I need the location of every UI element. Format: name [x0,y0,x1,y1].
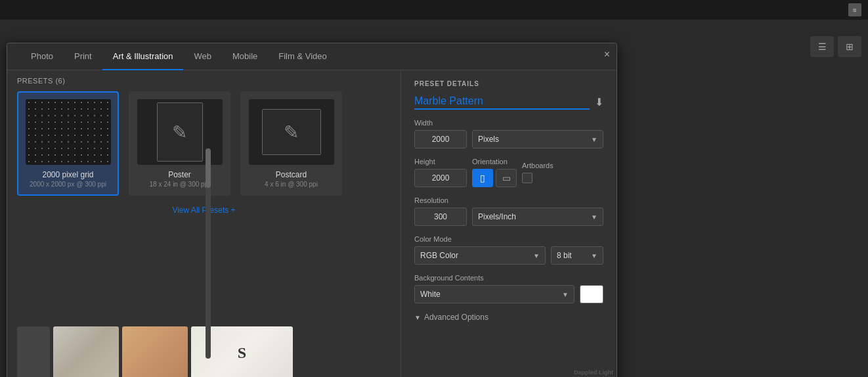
new-document-modal: × Photo Print Art & Illustration Web Mob… [7,43,617,377]
height-orient-controls: Height Orientation ▯ ▭ [414,158,603,187]
color-mode-controls: RGB Color ▼ 8 bit ▼ [414,246,603,265]
thumb-placeholder-light [53,326,119,377]
dot-grid-pattern [26,99,111,165]
orientation-label: Orientation [472,158,517,166]
thumb-item-dark[interactable] [17,326,50,377]
preset-size-grid: 2000 x 2000 px @ 300 ppi [30,181,106,188]
preset-card-poster[interactable]: ✎ Poster 18 x 24 in @ 300 ppi [129,91,230,196]
bg-contents-controls: White ▼ [414,285,603,303]
bg-contents-select[interactable]: White ▼ [414,285,575,303]
orientation-buttons: ▯ ▭ [472,169,517,187]
preset-name-grid: 2000 pixel grid [42,170,93,179]
right-panel-icons: ☰ ⊞ [810,36,861,57]
bg-color-swatch[interactable] [580,285,603,303]
bg-contents-field-row: Background Contents White ▼ [414,274,603,303]
left-pane: PRESETS (6) 2000 pixel grid 2000 x 2000 … [7,70,401,377]
bg-contents-label: Background Contents [414,274,603,282]
width-field-row: Width Pixels ▼ [414,119,603,148]
preset-card-postcard[interactable]: ✎ Postcard 4 x 6 in @ 300 ppi [240,91,342,196]
resolution-input[interactable] [414,208,467,226]
color-mode-field-row: Color Mode RGB Color ▼ 8 bit ▼ [414,235,603,265]
preset-thumb-grid [26,99,111,165]
landscape-icon: ▭ [502,173,511,183]
presets-grid: 2000 pixel grid 2000 x 2000 px @ 300 ppi… [17,91,391,196]
preset-thumb-postcard: ✎ [249,99,334,165]
resolution-field-row: Resolution Pixels/Inch ▼ [414,196,603,226]
color-mode-arrow: ▼ [533,252,540,259]
bit-depth-arrow: ▼ [591,252,597,259]
presets-header: PRESETS (6) [17,77,391,85]
artboards-label: Artboards [522,162,553,169]
scroll-thumb[interactable] [206,148,211,188]
advanced-options-label: Advanced Options [424,313,488,322]
modal-body: PRESETS (6) 2000 pixel grid 2000 x 2000 … [7,70,617,377]
width-controls: Pixels ▼ [414,130,603,148]
tab-art-illustration[interactable]: Art & Illustration [102,43,184,70]
portrait-icon: ▯ [480,173,485,183]
tab-web[interactable]: Web [183,43,222,70]
list-view-button[interactable]: ☰ [810,36,834,57]
chevron-down-icon: ▼ [414,314,421,321]
save-icon: ⬇ [595,96,603,108]
bit-depth-value: 8 bit [557,251,572,260]
tab-film-video[interactable]: Film & Video [268,43,337,70]
resolution-controls: Pixels/Inch ▼ [414,208,603,226]
height-input[interactable] [414,169,467,187]
resolution-unit-value: Pixels/Inch [478,212,516,221]
tab-print[interactable]: Print [64,43,102,70]
orientation-group: Orientation ▯ ▭ [472,158,517,187]
close-button[interactable]: × [604,49,610,60]
resolution-unit-arrow: ▼ [591,213,597,221]
right-pane: PRESET DETAILS ⬇ Width Pixels ▼ [401,70,617,377]
color-mode-select[interactable]: RGB Color ▼ [414,246,546,265]
width-input[interactable] [414,130,467,148]
preset-size-poster: 18 x 24 in @ 300 ppi [150,181,210,188]
landscape-button[interactable]: ▭ [496,169,517,187]
color-mode-value: RGB Color [420,251,458,260]
artboards-checkbox[interactable] [522,173,532,183]
width-unit-value: Pixels [478,135,499,144]
top-bar: ≡ [0,0,868,20]
advanced-options-toggle[interactable]: ▼ Advanced Options [414,313,603,322]
thumb-item-warm[interactable] [122,326,188,377]
preset-name-poster: Poster [168,170,191,179]
top-bar-icons: ≡ [848,3,861,16]
thumbnail-strip: S Dappled LightShadow Kit [17,320,391,377]
tab-bar: Photo Print Art & Illustration Web Mobil… [7,43,617,70]
preset-name-field[interactable] [414,94,590,110]
list-view-icon: ☰ [818,41,827,52]
top-bar-icon-1: ≡ [848,3,861,16]
color-mode-label: Color Mode [414,235,603,243]
view-all-presets[interactable]: View All Presets + [17,206,391,215]
height-field-row: Height Orientation ▯ ▭ [414,158,603,187]
preset-name-row: ⬇ [414,94,603,110]
width-label: Width [414,119,603,127]
grid-view-button[interactable]: ⊞ [838,36,861,57]
preset-name-postcard: Postcard [276,170,307,179]
tab-photo[interactable]: Photo [20,43,64,70]
preset-details-label: PRESET DETAILS [414,80,603,87]
poster-icon: ✎ [157,102,203,162]
bg-contents-arrow: ▼ [562,291,569,298]
scrollbar[interactable] [206,148,211,359]
save-preset-button[interactable]: ⬇ [595,96,603,108]
tab-mobile[interactable]: Mobile [222,43,268,70]
resolution-unit-select[interactable]: Pixels/Inch ▼ [472,208,603,226]
preset-size-postcard: 4 x 6 in @ 300 ppi [265,181,318,188]
thumb-placeholder-warm [122,326,188,377]
height-label: Height [414,158,467,166]
thumb-item-light[interactable] [53,326,119,377]
grid-view-icon: ⊞ [846,41,854,52]
portrait-button[interactable]: ▯ [472,169,493,187]
postcard-icon: ✎ [262,109,321,155]
thumb-placeholder-dark [17,326,50,377]
resolution-label: Resolution [414,196,603,204]
bit-depth-select[interactable]: 8 bit ▼ [551,246,603,265]
bg-contents-value: White [420,290,441,299]
width-unit-arrow: ▼ [591,136,597,143]
preset-card-grid[interactable]: 2000 pixel grid 2000 x 2000 px @ 300 ppi [17,91,119,196]
width-unit-select[interactable]: Pixels ▼ [472,130,603,148]
artboards-group: Artboards [522,162,553,183]
